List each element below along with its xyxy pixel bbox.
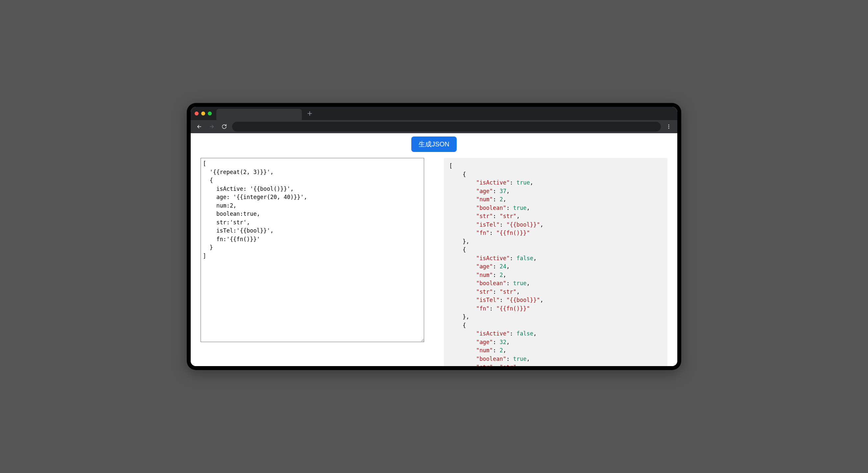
template-input[interactable] [200, 158, 424, 342]
back-button[interactable] [195, 122, 204, 131]
arrow-right-icon [209, 124, 215, 129]
window-controls [195, 112, 212, 115]
reload-icon [221, 124, 227, 129]
device-frame: 生成JSON [ { "isActive": true, "age": 37, … [187, 103, 681, 370]
close-window-icon[interactable] [195, 112, 198, 115]
page-content: 生成JSON [ { "isActive": true, "age": 37, … [191, 133, 677, 366]
panels: [ { "isActive": true, "age": 37, "num": … [200, 158, 668, 366]
json-output: [ { "isActive": true, "age": 37, "num": … [444, 158, 668, 366]
browser-menu-button[interactable] [664, 122, 673, 131]
kebab-menu-icon [666, 124, 671, 129]
reload-button[interactable] [220, 122, 229, 131]
output-panel: [ { "isActive": true, "age": 37, "num": … [444, 158, 668, 366]
arrow-left-icon [196, 124, 202, 129]
browser-chrome [191, 107, 677, 133]
svg-point-0 [669, 125, 670, 126]
generate-json-button[interactable]: 生成JSON [411, 137, 456, 152]
tab-strip [191, 107, 677, 120]
address-bar[interactable] [232, 122, 661, 131]
new-tab-button[interactable] [305, 109, 314, 118]
svg-point-1 [669, 126, 670, 127]
svg-point-2 [669, 128, 670, 129]
browser-tab[interactable] [216, 109, 302, 120]
action-bar: 生成JSON [200, 137, 668, 152]
input-panel [200, 158, 424, 344]
browser-toolbar [191, 120, 677, 133]
screen: 生成JSON [ { "isActive": true, "age": 37, … [191, 107, 677, 366]
maximize-window-icon[interactable] [208, 112, 212, 115]
forward-button[interactable] [207, 122, 216, 131]
minimize-window-icon[interactable] [201, 112, 205, 115]
plus-icon [307, 111, 312, 116]
